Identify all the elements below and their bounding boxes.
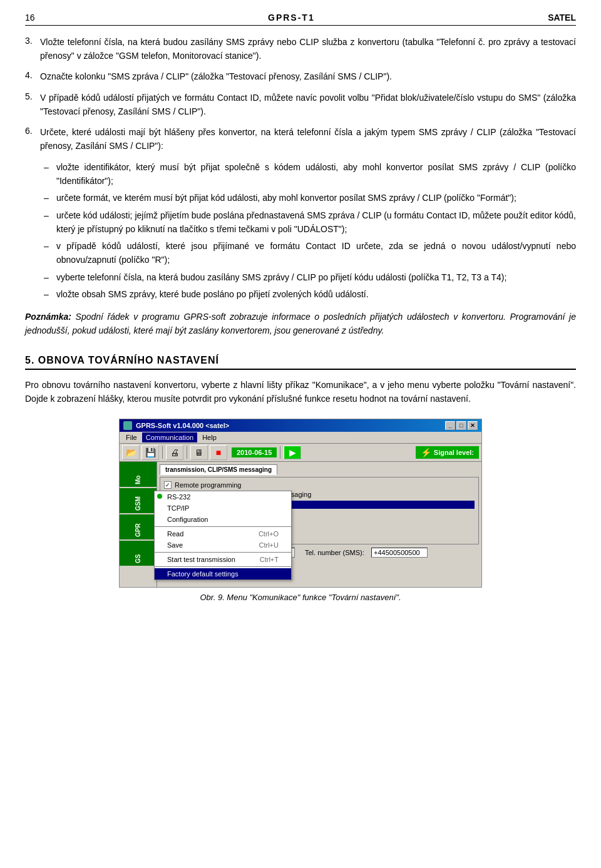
toolbar-btn-monitor[interactable]: 🖥 bbox=[190, 445, 208, 460]
dropdown-separator-1 bbox=[155, 526, 291, 527]
toolbar-date: 2010-06-15 bbox=[232, 447, 277, 457]
bullet-4: – v případě kódů událostí, které jsou př… bbox=[44, 240, 576, 267]
bullet-1: – vložte identifikátor, který musí být p… bbox=[44, 161, 576, 188]
bullet-5: – vyberte telefonní čísla, na která budo… bbox=[44, 271, 576, 285]
bullet-2: – určete formát, ve kterém musí být přij… bbox=[44, 191, 576, 205]
tel-number-label: Tel. number (SMS): bbox=[305, 549, 367, 556]
bullet-1-text: vložte identifikátor, který musí být při… bbox=[56, 161, 576, 188]
dropdown-save[interactable]: Save Ctrl+U bbox=[155, 539, 291, 551]
item-5: 5. V případě kódů událostí přijatých ve … bbox=[25, 91, 576, 118]
section-5-heading: 5. Obnova továrního nastavení bbox=[25, 355, 576, 370]
item-3-text: Vložte telefonní čísla, na která budou z… bbox=[40, 36, 576, 63]
page-header: 16 GPRS-T1 SATEL bbox=[25, 13, 576, 26]
bullet-dash-1: – bbox=[44, 161, 51, 188]
dropdown-start-test[interactable]: Start test transmission Ctrl+T bbox=[155, 554, 291, 565]
win-sidebar: Mo GSM GPR GS bbox=[120, 462, 157, 587]
item-3: 3. Vložte telefonní čísla, na která budo… bbox=[25, 36, 576, 63]
signal-arrow-icon: ⚡ bbox=[421, 447, 431, 457]
company-name: SATEL bbox=[548, 13, 576, 23]
dropdown-factory-label: Factory default settings bbox=[167, 570, 239, 578]
dropdown-tcpip-label: TCP/IP bbox=[167, 504, 189, 512]
menu-bar: File Communication Help bbox=[120, 432, 481, 444]
menu-help[interactable]: Help bbox=[198, 432, 220, 442]
item-6-num: 6. bbox=[25, 126, 36, 153]
dropdown-config-label: Configuration bbox=[167, 516, 208, 523]
screenshot-container: GPRS-Soft v1.04.000 <satel> _ □ ✕ File C… bbox=[25, 419, 576, 588]
dropdown-save-label: Save bbox=[167, 541, 183, 549]
checkbox-remote-programming-row: Remote programming bbox=[164, 481, 475, 489]
note-label: Poznámka: bbox=[25, 312, 71, 322]
checkbox-remote-programming-label: Remote programming bbox=[175, 481, 241, 489]
checkbox-remote-programming[interactable] bbox=[164, 481, 172, 489]
titlebar-text: GPRS-Soft v1.04.000 <satel> bbox=[136, 422, 229, 429]
doc-title: GPRS-T1 bbox=[268, 13, 315, 23]
play-button[interactable]: ▶ bbox=[284, 446, 301, 459]
dropdown-separator-2 bbox=[155, 552, 291, 553]
item-4: 4. Označte kolonku "SMS zpráva / CLIP" (… bbox=[25, 70, 576, 84]
signal-level-label: ⚡ Signal level: bbox=[416, 446, 479, 459]
bullet-dash-2: – bbox=[44, 191, 51, 205]
bullet-list: – vložte identifikátor, který musí být p… bbox=[44, 161, 576, 302]
rs232-bullet-icon bbox=[157, 494, 162, 499]
dropdown-rs232-label: RS-232 bbox=[167, 493, 190, 501]
toolbar-btn-3[interactable]: 🖨 bbox=[166, 445, 183, 460]
bullet-2-text: určete formát, ve kterém musí být přijat… bbox=[56, 191, 516, 205]
bullet-dash-6: – bbox=[44, 288, 51, 302]
titlebar-title-area: GPRS-Soft v1.04.000 <satel> bbox=[123, 421, 229, 430]
page-number: 16 bbox=[25, 13, 35, 23]
bullet-dash-3: – bbox=[44, 209, 51, 236]
minimize-button[interactable]: _ bbox=[445, 421, 455, 430]
item-5-num: 5. bbox=[25, 91, 36, 118]
note-text: Spodní řádek v programu GPRS-soft zobraz… bbox=[25, 312, 576, 335]
menu-file[interactable]: File bbox=[122, 432, 141, 442]
screenshot-caption: Obr. 9. Menu "Komunikace" funkce "Továrn… bbox=[25, 593, 576, 602]
item-5-text: V případě kódů událostí přijatých ve for… bbox=[40, 91, 576, 118]
bullet-3-text: určete kód události; jejímž přijetím bud… bbox=[56, 209, 576, 236]
tabs-row: transmission, CLIP/SMS messaging bbox=[160, 464, 479, 475]
dropdown-read-label: Read bbox=[167, 530, 183, 538]
note-block: Poznámka: Spodní řádek v programu GPRS-s… bbox=[25, 310, 576, 337]
bullet-6: – vložte obsah SMS zprávy, které bude po… bbox=[44, 288, 576, 302]
bullet-dash-4: – bbox=[44, 240, 51, 267]
tel-number-input[interactable]: +44500500500 bbox=[371, 548, 428, 558]
section-5-para: Pro obnovu továrního nastavení konvertor… bbox=[25, 379, 576, 406]
item-6-text: Určete, které události mají být hlášeny … bbox=[40, 126, 576, 153]
close-button[interactable]: ✕ bbox=[468, 421, 478, 430]
app-icon bbox=[123, 421, 132, 430]
item-3-num: 3. bbox=[25, 36, 36, 63]
toolbar-separator-2 bbox=[187, 446, 187, 459]
dropdown-save-shortcut: Ctrl+U bbox=[259, 541, 279, 549]
dropdown-tcpip[interactable]: TCP/IP bbox=[155, 503, 291, 514]
toolbar-btn-stop[interactable]: ■ bbox=[210, 445, 227, 460]
window-titlebar: GPRS-Soft v1.04.000 <satel> _ □ ✕ bbox=[120, 419, 481, 432]
toolbar: 📂 💾 🖨 🖥 ■ 2010-06-15 ▶ ⚡ Signal level: bbox=[120, 444, 481, 462]
sidebar-mo: Mo bbox=[120, 462, 157, 487]
toolbar-separator-3 bbox=[280, 446, 280, 459]
dropdown-read-shortcut: Ctrl+O bbox=[259, 530, 279, 538]
window-controls[interactable]: _ □ ✕ bbox=[445, 421, 478, 430]
maximize-button[interactable]: □ bbox=[456, 421, 466, 430]
sidebar-gs: GS bbox=[120, 541, 157, 566]
screenshot-window: GPRS-Soft v1.04.000 <satel> _ □ ✕ File C… bbox=[119, 419, 482, 588]
item-4-text: Označte kolonku "SMS zpráva / CLIP" (zál… bbox=[40, 70, 392, 84]
dropdown-configuration[interactable]: Configuration bbox=[155, 514, 291, 525]
sidebar-gpr: GPR bbox=[120, 514, 157, 539]
section-5-title: 5. Obnova továrního nastavení bbox=[25, 355, 576, 366]
tab-transmission[interactable]: transmission, CLIP/SMS messaging bbox=[160, 464, 277, 475]
bullet-dash-5: – bbox=[44, 271, 51, 285]
dropdown-factory-default[interactable]: Factory default settings bbox=[155, 568, 291, 580]
dropdown-read[interactable]: Read Ctrl+O bbox=[155, 528, 291, 539]
toolbar-btn-1[interactable]: 📂 bbox=[122, 445, 140, 460]
dropdown-separator-3 bbox=[155, 566, 291, 567]
dropdown-rs232[interactable]: RS-232 bbox=[155, 491, 291, 503]
dropdown-start-test-shortcut: Ctrl+T bbox=[260, 556, 279, 563]
sidebar-gsm: GSM bbox=[120, 488, 157, 513]
item-4-num: 4. bbox=[25, 70, 36, 84]
bullet-4-text: v případě kódů událostí, které jsou přij… bbox=[56, 240, 576, 267]
toolbar-btn-2[interactable]: 💾 bbox=[141, 445, 159, 460]
dropdown-start-test-label: Start test transmission bbox=[167, 556, 235, 563]
main-area: RS-232 TCP/IP Configuration Read Ctrl+O … bbox=[120, 462, 481, 587]
menu-communication[interactable]: Communication bbox=[142, 432, 197, 442]
bullet-5-text: vyberte telefonní čísla, na která budou … bbox=[56, 271, 506, 285]
item-6: 6. Určete, které události mají být hláše… bbox=[25, 126, 576, 153]
